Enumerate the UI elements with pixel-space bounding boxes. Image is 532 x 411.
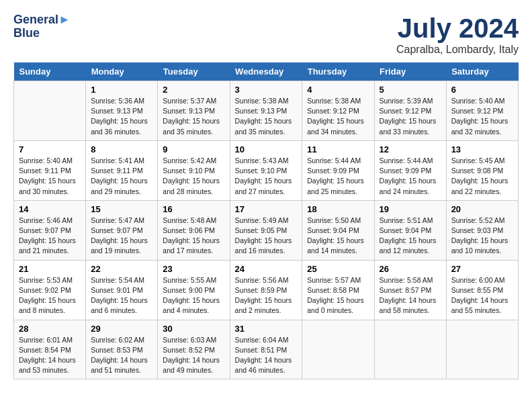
column-header-friday: Friday	[374, 62, 446, 81]
day-number: 28	[19, 324, 81, 334]
day-info: Sunrise: 5:52 AM Sunset: 9:03 PM Dayligh…	[451, 216, 513, 257]
column-header-tuesday: Tuesday	[158, 62, 230, 81]
day-number: 1	[91, 85, 152, 95]
calendar-cell	[14, 81, 86, 141]
calendar-cell: 30Sunrise: 6:03 AM Sunset: 8:52 PM Dayli…	[158, 320, 230, 379]
day-number: 9	[163, 144, 224, 154]
calendar-cell: 1Sunrise: 5:36 AM Sunset: 9:13 PM Daylig…	[86, 81, 158, 141]
calendar-cell: 2Sunrise: 5:37 AM Sunset: 9:13 PM Daylig…	[158, 81, 230, 141]
calendar-cell: 16Sunrise: 5:48 AM Sunset: 9:06 PM Dayli…	[158, 200, 230, 260]
column-header-wednesday: Wednesday	[230, 62, 302, 81]
calendar-cell: 15Sunrise: 5:47 AM Sunset: 9:07 PM Dayli…	[86, 200, 158, 260]
calendar-cell: 21Sunrise: 5:53 AM Sunset: 9:02 PM Dayli…	[14, 260, 86, 320]
calendar-cell: 19Sunrise: 5:51 AM Sunset: 9:04 PM Dayli…	[374, 200, 446, 260]
day-number: 7	[19, 144, 81, 154]
calendar-cell: 27Sunrise: 6:00 AM Sunset: 8:55 PM Dayli…	[446, 260, 518, 320]
logo-text: General►Blue	[13, 13, 71, 40]
calendar-week-4: 21Sunrise: 5:53 AM Sunset: 9:02 PM Dayli…	[14, 260, 519, 320]
day-number: 19	[380, 204, 441, 214]
calendar-week-5: 28Sunrise: 6:01 AM Sunset: 8:54 PM Dayli…	[14, 320, 519, 379]
calendar-cell: 3Sunrise: 5:38 AM Sunset: 9:13 PM Daylig…	[230, 81, 302, 141]
calendar-cell: 13Sunrise: 5:45 AM Sunset: 9:08 PM Dayli…	[446, 140, 518, 200]
calendar-cell: 26Sunrise: 5:58 AM Sunset: 8:57 PM Dayli…	[374, 260, 446, 320]
day-info: Sunrise: 5:43 AM Sunset: 9:10 PM Dayligh…	[235, 156, 298, 197]
page-header: General►Blue July 2024 Capralba, Lombard…	[13, 13, 519, 56]
column-header-saturday: Saturday	[446, 62, 518, 81]
day-info: Sunrise: 6:02 AM Sunset: 8:53 PM Dayligh…	[91, 335, 152, 376]
calendar-cell: 14Sunrise: 5:46 AM Sunset: 9:07 PM Dayli…	[14, 200, 86, 260]
day-number: 16	[163, 204, 224, 214]
day-number: 29	[91, 324, 152, 334]
day-number: 30	[163, 324, 224, 334]
day-info: Sunrise: 5:50 AM Sunset: 9:04 PM Dayligh…	[307, 216, 369, 257]
day-info: Sunrise: 5:40 AM Sunset: 9:12 PM Dayligh…	[451, 96, 513, 137]
calendar-cell: 17Sunrise: 5:49 AM Sunset: 9:05 PM Dayli…	[230, 200, 302, 260]
day-info: Sunrise: 5:44 AM Sunset: 9:09 PM Dayligh…	[307, 156, 369, 197]
calendar-cell	[374, 320, 446, 379]
day-info: Sunrise: 5:36 AM Sunset: 9:13 PM Dayligh…	[91, 96, 152, 137]
day-info: Sunrise: 5:45 AM Sunset: 9:08 PM Dayligh…	[451, 156, 513, 197]
day-number: 10	[235, 144, 298, 154]
day-info: Sunrise: 5:38 AM Sunset: 9:12 PM Dayligh…	[307, 96, 369, 137]
calendar-table: SundayMondayTuesdayWednesdayThursdayFrid…	[13, 62, 519, 379]
day-info: Sunrise: 5:47 AM Sunset: 9:07 PM Dayligh…	[91, 216, 152, 257]
day-number: 17	[235, 204, 298, 214]
calendar-cell: 11Sunrise: 5:44 AM Sunset: 9:09 PM Dayli…	[302, 140, 374, 200]
day-info: Sunrise: 5:53 AM Sunset: 9:02 PM Dayligh…	[19, 275, 81, 316]
day-info: Sunrise: 5:51 AM Sunset: 9:04 PM Dayligh…	[380, 216, 441, 257]
day-number: 24	[235, 264, 298, 274]
day-info: Sunrise: 5:48 AM Sunset: 9:06 PM Dayligh…	[163, 216, 224, 257]
calendar-cell	[302, 320, 374, 379]
day-number: 20	[451, 204, 513, 214]
day-number: 3	[235, 85, 298, 95]
calendar-cell	[446, 320, 518, 379]
day-number: 12	[380, 144, 441, 154]
calendar-cell: 20Sunrise: 5:52 AM Sunset: 9:03 PM Dayli…	[446, 200, 518, 260]
calendar-week-2: 7Sunrise: 5:40 AM Sunset: 9:11 PM Daylig…	[14, 140, 519, 200]
day-number: 2	[163, 85, 224, 95]
day-number: 26	[380, 264, 441, 274]
calendar-cell: 7Sunrise: 5:40 AM Sunset: 9:11 PM Daylig…	[14, 140, 86, 200]
calendar-cell: 24Sunrise: 5:56 AM Sunset: 8:59 PM Dayli…	[230, 260, 302, 320]
logo: General►Blue	[13, 13, 71, 40]
column-header-thursday: Thursday	[302, 62, 374, 81]
day-info: Sunrise: 5:39 AM Sunset: 9:12 PM Dayligh…	[380, 96, 441, 137]
day-info: Sunrise: 5:42 AM Sunset: 9:10 PM Dayligh…	[163, 156, 224, 197]
calendar-cell: 10Sunrise: 5:43 AM Sunset: 9:10 PM Dayli…	[230, 140, 302, 200]
calendar-cell: 12Sunrise: 5:44 AM Sunset: 9:09 PM Dayli…	[374, 140, 446, 200]
column-header-monday: Monday	[86, 62, 158, 81]
day-number: 21	[19, 264, 81, 274]
calendar-header-row: SundayMondayTuesdayWednesdayThursdayFrid…	[14, 62, 519, 81]
calendar-cell: 31Sunrise: 6:04 AM Sunset: 8:51 PM Dayli…	[230, 320, 302, 379]
day-number: 22	[91, 264, 152, 274]
calendar-cell: 8Sunrise: 5:41 AM Sunset: 9:11 PM Daylig…	[86, 140, 158, 200]
day-number: 25	[307, 264, 369, 274]
location: Capralba, Lombardy, Italy	[396, 44, 519, 56]
day-number: 31	[235, 324, 298, 334]
day-number: 5	[380, 85, 441, 95]
month-title: July 2024	[396, 13, 519, 44]
calendar-week-3: 14Sunrise: 5:46 AM Sunset: 9:07 PM Dayli…	[14, 200, 519, 260]
day-number: 8	[91, 144, 152, 154]
day-number: 14	[19, 204, 81, 214]
day-info: Sunrise: 5:40 AM Sunset: 9:11 PM Dayligh…	[19, 156, 81, 197]
day-info: Sunrise: 5:37 AM Sunset: 9:13 PM Dayligh…	[163, 96, 224, 137]
calendar-body: 1Sunrise: 5:36 AM Sunset: 9:13 PM Daylig…	[14, 81, 519, 379]
calendar-cell: 23Sunrise: 5:55 AM Sunset: 9:00 PM Dayli…	[158, 260, 230, 320]
day-info: Sunrise: 5:44 AM Sunset: 9:09 PM Dayligh…	[380, 156, 441, 197]
day-info: Sunrise: 6:01 AM Sunset: 8:54 PM Dayligh…	[19, 335, 81, 376]
calendar-week-1: 1Sunrise: 5:36 AM Sunset: 9:13 PM Daylig…	[14, 81, 519, 141]
day-info: Sunrise: 6:03 AM Sunset: 8:52 PM Dayligh…	[163, 335, 224, 376]
title-block: July 2024 Capralba, Lombardy, Italy	[396, 13, 519, 56]
calendar-cell: 6Sunrise: 5:40 AM Sunset: 9:12 PM Daylig…	[446, 81, 518, 141]
calendar-cell: 18Sunrise: 5:50 AM Sunset: 9:04 PM Dayli…	[302, 200, 374, 260]
day-number: 27	[451, 264, 513, 274]
day-number: 6	[451, 85, 513, 95]
day-info: Sunrise: 6:04 AM Sunset: 8:51 PM Dayligh…	[235, 335, 298, 376]
day-info: Sunrise: 5:56 AM Sunset: 8:59 PM Dayligh…	[235, 275, 298, 316]
day-number: 23	[163, 264, 224, 274]
calendar-cell: 29Sunrise: 6:02 AM Sunset: 8:53 PM Dayli…	[86, 320, 158, 379]
day-info: Sunrise: 5:49 AM Sunset: 9:05 PM Dayligh…	[235, 216, 298, 257]
calendar-cell: 28Sunrise: 6:01 AM Sunset: 8:54 PM Dayli…	[14, 320, 86, 379]
day-info: Sunrise: 6:00 AM Sunset: 8:55 PM Dayligh…	[451, 275, 513, 316]
